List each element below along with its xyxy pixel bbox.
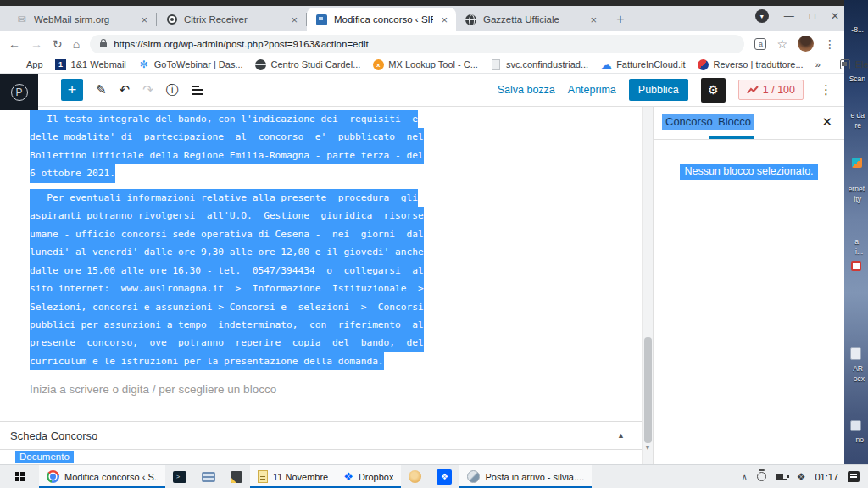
- editor-canvas[interactable]: Il testo integrale del bando, con l'indi…: [0, 107, 642, 464]
- dropbox-tray-icon[interactable]: ❖: [797, 471, 806, 483]
- taskbar-notepad-window[interactable]: 11 Novembre: [250, 465, 336, 488]
- close-button[interactable]: ✕: [831, 10, 839, 22]
- editor-scrollbar[interactable]: ▼: [642, 107, 653, 464]
- editor-more-menu-icon[interactable]: ⋮: [816, 82, 836, 97]
- tab-close-icon[interactable]: ×: [588, 14, 598, 26]
- onedrive-icon[interactable]: [757, 472, 766, 481]
- back-button[interactable]: ←: [8, 37, 20, 51]
- bookmark-gotowebinar[interactable]: ✻ GoToWebinar | Das...: [132, 58, 249, 70]
- selected-paragraph[interactable]: Per eventuali informazioni relative alla…: [30, 189, 642, 371]
- bookmark-label: FattureInCloud.it: [616, 59, 685, 69]
- taskbar-orange-app[interactable]: [401, 465, 429, 488]
- apps-shortcut[interactable]: App: [7, 59, 49, 69]
- details-icon[interactable]: ⓘ: [166, 82, 179, 98]
- collapse-arrow-icon[interactable]: ▲: [617, 431, 625, 440]
- keyboard-icon: [202, 472, 215, 482]
- tab-gazzetta[interactable]: Gazzetta Ufficiale ×: [456, 8, 605, 31]
- taskbar-console-app[interactable]: >_: [165, 465, 194, 488]
- tab-concorso[interactable]: Concorso: [662, 114, 716, 130]
- desktop-file-icon[interactable]: [850, 347, 861, 360]
- start-button[interactable]: [0, 465, 39, 488]
- bookmarks-overflow-button[interactable]: »: [810, 59, 826, 69]
- bookmark-label: svc.confindustriad...: [506, 59, 588, 69]
- scroll-down-arrow-icon[interactable]: ▼: [643, 445, 653, 451]
- settings-button[interactable]: ⚙: [701, 78, 726, 103]
- address-bar[interactable]: https://sirm.org/wp-admin/post.php?post=…: [90, 35, 744, 53]
- tab-title: WebMail sirm.org: [34, 14, 133, 25]
- profile-avatar[interactable]: [798, 36, 814, 52]
- seo-score-badge[interactable]: 1 / 100: [738, 80, 804, 100]
- home-button[interactable]: ⌂: [73, 37, 80, 51]
- taskbar-dropbox-window[interactable]: ❖ Dropbox: [336, 465, 401, 488]
- minimize-button[interactable]: —: [784, 10, 794, 22]
- taskbar-keyboard-app[interactable]: [194, 465, 223, 488]
- site-logo-button[interactable]: P: [0, 74, 38, 110]
- edit-mode-icon[interactable]: ✎: [96, 82, 107, 97]
- breadcrumb-document[interactable]: Documento: [15, 451, 74, 463]
- metabox-header[interactable]: Scheda Concorso ▲: [0, 421, 642, 449]
- reading-list-icon: [839, 58, 851, 70]
- sidebar-close-icon[interactable]: ✕: [821, 114, 832, 130]
- bookmark-mx-lookup[interactable]: x MX Lookup Tool - C...: [366, 58, 484, 70]
- translate-icon[interactable]: a: [754, 38, 766, 50]
- tab-blocco[interactable]: Blocco: [715, 114, 754, 130]
- bookmark-svc[interactable]: svc.confindustriad...: [484, 58, 594, 70]
- hidden-icons-chevron[interactable]: ∧: [742, 473, 748, 481]
- tab-modifica-concorso[interactable]: Modifica concorso ‹ SIRM — SIR ×: [307, 8, 456, 31]
- clock[interactable]: 01:17: [815, 472, 838, 482]
- taskbar-dropbox-app[interactable]: ❖: [429, 465, 459, 488]
- tab-citrix[interactable]: Citrix Receiver ×: [157, 8, 306, 31]
- list-view-icon[interactable]: [192, 83, 203, 97]
- reload-button[interactable]: ↻: [53, 37, 63, 51]
- save-draft-button[interactable]: Salva bozza: [498, 84, 555, 96]
- browser-menu-icon[interactable]: ⋮: [824, 37, 836, 51]
- desktop-icon-label: i...: [855, 247, 863, 256]
- tab-webmail[interactable]: ✉ WebMail sirm.org ×: [7, 8, 156, 31]
- maximize-button[interactable]: □: [810, 10, 815, 22]
- taskbar-chrome-window[interactable]: Modifica concorso ‹ S...: [39, 465, 165, 488]
- site-logo: P: [11, 84, 28, 101]
- action-center-icon[interactable]: [848, 471, 860, 482]
- redo-icon[interactable]: ↷: [142, 82, 153, 97]
- block-inserter-button[interactable]: +: [61, 79, 83, 101]
- settings-sidebar: Concorso Blocco ✕ Nessun blocco selezion…: [653, 107, 844, 464]
- bookmark-label: Centro Studi Cardel...: [271, 59, 361, 69]
- lock-icon[interactable]: [100, 42, 107, 47]
- bookmark-fatture[interactable]: ☁ FattureInCloud.it: [594, 58, 691, 70]
- publish-button[interactable]: Pubblica: [629, 79, 688, 101]
- no-block-selected-message: Nessun blocco selezionato.: [680, 164, 817, 180]
- system-tray: ∧ ❖ 01:17: [742, 465, 868, 488]
- selected-paragraph[interactable]: Il testo integrale del bando, con l'indi…: [30, 110, 642, 183]
- taskbar-notes-app[interactable]: [223, 465, 250, 488]
- desktop-icon-label: -8...: [851, 25, 864, 34]
- desktop-icon-label: re: [854, 121, 861, 130]
- desktop-app-icon[interactable]: [852, 158, 862, 168]
- tab-close-icon[interactable]: ×: [289, 14, 299, 26]
- tab-close-icon[interactable]: ×: [439, 14, 449, 26]
- bookmark-label: 1&1 Webmail: [71, 59, 126, 69]
- tab-close-icon[interactable]: ×: [139, 14, 149, 26]
- block-appender-placeholder[interactable]: Inizia a scrivere o digita / per sceglie…: [30, 383, 642, 396]
- bookmark-centro-studi[interactable]: Centro Studi Cardel...: [249, 58, 367, 70]
- tab-title: Citrix Receiver: [184, 14, 283, 25]
- battery-icon[interactable]: [776, 474, 787, 480]
- undo-icon[interactable]: ↶: [120, 82, 131, 97]
- url-text: https://sirm.org/wp-admin/post.php?post=…: [114, 39, 368, 49]
- document-icon: [490, 58, 502, 70]
- tab-title: Modifica concorso ‹ SIRM — SIR: [334, 14, 433, 25]
- sidebar-tabs: Concorso Blocco ✕: [654, 107, 844, 140]
- bookmark-webmail[interactable]: 1 1&1 Webmail: [49, 58, 132, 70]
- reading-list-button[interactable]: Elenco di lettura: [833, 58, 868, 70]
- desktop-file-icon[interactable]: [850, 420, 861, 431]
- bookmark-reverso[interactable]: Reverso | traduttore...: [691, 58, 809, 70]
- desktop-icon-label: AR: [853, 364, 863, 373]
- desktop-app-icon[interactable]: [851, 261, 861, 271]
- preview-button[interactable]: Anteprima: [568, 84, 616, 96]
- tab-search-button[interactable]: ▾: [755, 9, 769, 23]
- new-tab-button[interactable]: +: [610, 9, 631, 30]
- taskbar-mail-window[interactable]: Posta in arrivo - silvia....: [459, 465, 592, 488]
- trend-chart-icon: [747, 86, 759, 94]
- scrollbar-thumb[interactable]: [644, 337, 652, 443]
- bookmark-star-icon[interactable]: ☆: [776, 37, 787, 51]
- forward-button[interactable]: →: [31, 37, 42, 51]
